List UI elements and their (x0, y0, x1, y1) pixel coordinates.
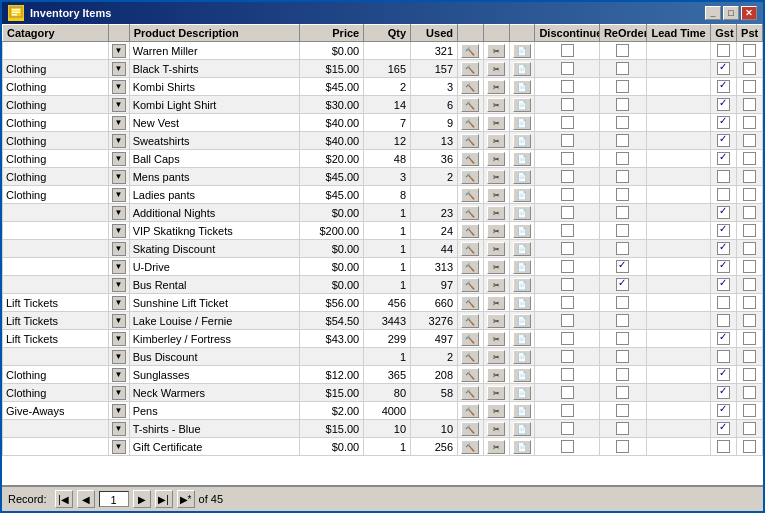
cell-dropdown[interactable]: ▼ (108, 276, 129, 294)
cell-reorder[interactable] (599, 132, 646, 150)
cut-icon[interactable]: ✂ (487, 98, 505, 112)
copy-icon[interactable]: 📄 (513, 224, 531, 238)
cell-discontinued[interactable] (535, 168, 600, 186)
cell-discontinued[interactable] (535, 330, 600, 348)
dropdown-button[interactable]: ▼ (112, 98, 126, 112)
cell-dropdown[interactable]: ▼ (108, 294, 129, 312)
cell-reorder[interactable] (599, 384, 646, 402)
cell-icon-2[interactable]: 📄 (509, 240, 535, 258)
cell-discontinued[interactable] (535, 132, 600, 150)
cell-dropdown[interactable]: ▼ (108, 186, 129, 204)
cell-icon-2[interactable]: 📄 (509, 132, 535, 150)
cell-icon-0[interactable]: 🔨 (458, 312, 484, 330)
cell-icon-2[interactable]: 📄 (509, 330, 535, 348)
cell-reorder[interactable] (599, 222, 646, 240)
discontinued-checkbox[interactable] (561, 134, 574, 147)
cell-icon-1[interactable]: ✂ (483, 42, 509, 60)
pst-checkbox[interactable] (743, 170, 756, 183)
cell-icon-0[interactable]: 🔨 (458, 438, 484, 456)
reorder-checkbox[interactable] (616, 188, 629, 201)
cell-dropdown[interactable]: ▼ (108, 384, 129, 402)
copy-icon[interactable]: 📄 (513, 422, 531, 436)
cut-icon[interactable]: ✂ (487, 134, 505, 148)
cell-dropdown[interactable]: ▼ (108, 132, 129, 150)
gst-checkbox[interactable] (717, 116, 730, 129)
pst-checkbox[interactable] (743, 350, 756, 363)
pst-checkbox[interactable] (743, 368, 756, 381)
discontinued-checkbox[interactable] (561, 314, 574, 327)
cell-icon-0[interactable]: 🔨 (458, 42, 484, 60)
cell-icon-1[interactable]: ✂ (483, 204, 509, 222)
cell-reorder[interactable] (599, 438, 646, 456)
gst-checkbox[interactable] (717, 440, 730, 453)
pst-checkbox[interactable] (743, 188, 756, 201)
edit-icon[interactable]: 🔨 (461, 404, 479, 418)
cell-gst[interactable] (711, 114, 737, 132)
cell-icon-1[interactable]: ✂ (483, 348, 509, 366)
cell-pst[interactable] (737, 348, 763, 366)
pst-checkbox[interactable] (743, 98, 756, 111)
cell-gst[interactable] (711, 384, 737, 402)
cell-icon-2[interactable]: 📄 (509, 348, 535, 366)
cell-pst[interactable] (737, 276, 763, 294)
gst-checkbox[interactable] (717, 44, 730, 57)
cell-icon-2[interactable]: 📄 (509, 384, 535, 402)
copy-icon[interactable]: 📄 (513, 260, 531, 274)
gst-checkbox[interactable] (717, 296, 730, 309)
discontinued-checkbox[interactable] (561, 152, 574, 165)
copy-icon[interactable]: 📄 (513, 206, 531, 220)
pst-checkbox[interactable] (743, 260, 756, 273)
cell-icon-0[interactable]: 🔨 (458, 420, 484, 438)
copy-icon[interactable]: 📄 (513, 332, 531, 346)
copy-icon[interactable]: 📄 (513, 188, 531, 202)
cell-gst[interactable] (711, 150, 737, 168)
cell-icon-2[interactable]: 📄 (509, 78, 535, 96)
cut-icon[interactable]: ✂ (487, 422, 505, 436)
edit-icon[interactable]: 🔨 (461, 80, 479, 94)
reorder-checkbox[interactable] (616, 116, 629, 129)
edit-icon[interactable]: 🔨 (461, 368, 479, 382)
pst-checkbox[interactable] (743, 62, 756, 75)
cell-icon-0[interactable]: 🔨 (458, 258, 484, 276)
cell-reorder[interactable] (599, 312, 646, 330)
cell-discontinued[interactable] (535, 42, 600, 60)
cell-discontinued[interactable] (535, 348, 600, 366)
reorder-checkbox[interactable] (616, 422, 629, 435)
dropdown-button[interactable]: ▼ (112, 314, 126, 328)
cell-reorder[interactable] (599, 78, 646, 96)
gst-checkbox[interactable] (717, 260, 730, 273)
cell-icon-1[interactable]: ✂ (483, 330, 509, 348)
edit-icon[interactable]: 🔨 (461, 278, 479, 292)
copy-icon[interactable]: 📄 (513, 368, 531, 382)
edit-icon[interactable]: 🔨 (461, 98, 479, 112)
cut-icon[interactable]: ✂ (487, 296, 505, 310)
edit-icon[interactable]: 🔨 (461, 188, 479, 202)
pst-checkbox[interactable] (743, 224, 756, 237)
cell-icon-2[interactable]: 📄 (509, 42, 535, 60)
discontinued-checkbox[interactable] (561, 386, 574, 399)
gst-checkbox[interactable] (717, 278, 730, 291)
cell-icon-1[interactable]: ✂ (483, 150, 509, 168)
edit-icon[interactable]: 🔨 (461, 62, 479, 76)
cell-discontinued[interactable] (535, 258, 600, 276)
cell-gst[interactable] (711, 348, 737, 366)
first-record-button[interactable]: |◀ (55, 490, 73, 508)
discontinued-checkbox[interactable] (561, 422, 574, 435)
cell-icon-2[interactable]: 📄 (509, 222, 535, 240)
pst-checkbox[interactable] (743, 440, 756, 453)
cell-icon-2[interactable]: 📄 (509, 294, 535, 312)
cut-icon[interactable]: ✂ (487, 368, 505, 382)
cell-pst[interactable] (737, 150, 763, 168)
cell-dropdown[interactable]: ▼ (108, 42, 129, 60)
edit-icon[interactable]: 🔨 (461, 422, 479, 436)
cell-discontinued[interactable] (535, 240, 600, 258)
gst-checkbox[interactable] (717, 242, 730, 255)
pst-checkbox[interactable] (743, 332, 756, 345)
reorder-checkbox[interactable] (616, 44, 629, 57)
cell-icon-0[interactable]: 🔨 (458, 276, 484, 294)
reorder-checkbox[interactable] (616, 80, 629, 93)
reorder-checkbox[interactable] (616, 242, 629, 255)
cell-pst[interactable] (737, 78, 763, 96)
cell-pst[interactable] (737, 96, 763, 114)
cell-discontinued[interactable] (535, 420, 600, 438)
